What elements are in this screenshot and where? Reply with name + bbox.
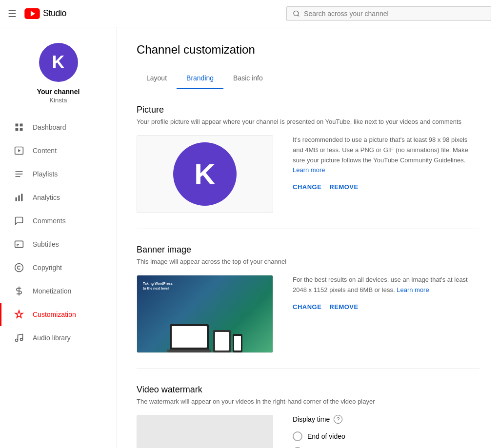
picture-actions: CHANGE REMOVE (293, 183, 479, 191)
search-icon (293, 10, 300, 18)
picture-preview: K (137, 135, 273, 213)
device-tablet-icon (213, 330, 231, 352)
sidebar-item-playlists[interactable]: Playlists (0, 162, 117, 186)
banner-learn-more[interactable]: Learn more (397, 286, 429, 293)
sidebar-channel-handle: Kinsta (49, 97, 67, 104)
comments-icon (13, 215, 25, 227)
logo[interactable]: Studio (24, 8, 66, 19)
device-phone-icon (233, 334, 242, 352)
display-time-label: Display time ? (293, 415, 479, 424)
monetization-icon (13, 285, 25, 297)
content-icon (13, 145, 25, 156)
svg-marker-9 (18, 149, 20, 153)
sidebar-label-analytics: Analytics (33, 194, 60, 201)
banner-desc: This image will appear across the top of… (137, 258, 479, 265)
tab-layout[interactable]: Layout (137, 68, 177, 89)
watermark-player-preview: ▶ ▶▶ 🔊 ⚙ ▭ ✥ (137, 415, 273, 448)
banner-change-button[interactable]: CHANGE (293, 303, 321, 311)
device-laptop-icon (170, 324, 209, 350)
channel-info: K Your channel Kinsta (0, 35, 117, 116)
tab-basic-info[interactable]: Basic info (223, 68, 273, 89)
main-content: Channel customization Layout Branding Ba… (117, 27, 499, 448)
sidebar-item-subtitles[interactable]: Subtitles (0, 233, 117, 256)
svg-rect-6 (16, 128, 19, 131)
page-title: Channel customization (137, 43, 479, 57)
sidebar: K Your channel Kinsta Dashboard Content … (0, 27, 117, 448)
picture-remove-button[interactable]: REMOVE (329, 183, 358, 191)
sidebar-label-content: Content (33, 147, 57, 155)
banner-text-overlay: Taking WordPressto the next level (143, 281, 173, 291)
banner-info-text: For the best results on all devices, use… (293, 275, 479, 295)
sidebar-item-copyright[interactable]: Copyright (0, 256, 117, 279)
radio-end-of-video[interactable]: End of video (293, 431, 479, 441)
watermark-title: Video watermark (137, 385, 479, 395)
display-time-help-icon[interactable]: ? (334, 415, 342, 424)
picture-title: Picture (137, 105, 479, 115)
dashboard-icon (13, 121, 25, 133)
svg-rect-14 (18, 195, 20, 201)
svg-point-21 (16, 339, 18, 342)
sidebar-label-subtitles: Subtitles (33, 240, 59, 248)
banner-remove-button[interactable]: REMOVE (329, 303, 358, 311)
preview-avatar: K (173, 142, 237, 206)
youtube-logo-icon (24, 8, 40, 19)
svg-rect-4 (16, 124, 19, 127)
sidebar-label-dashboard: Dashboard (33, 123, 66, 131)
banner-preview: Taking WordPressto the next level (137, 275, 273, 353)
sidebar-label-audio-library: Audio library (33, 334, 71, 342)
banner-info: For the best results on all devices, use… (293, 275, 479, 311)
radio-group-display-time: End of video Custom start time Entire vi… (293, 431, 479, 448)
picture-change-button[interactable]: CHANGE (293, 183, 321, 191)
top-nav: ☰ Studio (0, 0, 499, 27)
sidebar-label-copyright: Copyright (33, 264, 62, 272)
banner-image-mock: Taking WordPressto the next level (137, 275, 273, 352)
sidebar-item-customization[interactable]: Customization (0, 303, 117, 326)
watermark-info: Display time ? End of video Custom start (293, 415, 479, 448)
sidebar-item-audio-library[interactable]: Audio library (0, 326, 117, 350)
copyright-icon (13, 262, 25, 273)
tabs-bar: Layout Branding Basic info (137, 68, 479, 89)
menu-icon[interactable]: ☰ (8, 8, 17, 19)
tab-branding[interactable]: Branding (177, 68, 223, 89)
watermark-desc: The watermark will appear on your videos… (137, 398, 479, 405)
sidebar-label-playlists: Playlists (33, 170, 58, 178)
sidebar-avatar: K (39, 43, 78, 82)
svg-rect-5 (20, 124, 23, 127)
picture-info: It's recommended to use a picture that's… (293, 135, 479, 191)
sidebar-item-dashboard[interactable]: Dashboard (0, 116, 117, 139)
svg-rect-15 (21, 194, 22, 201)
sidebar-item-content[interactable]: Content (0, 139, 117, 162)
search-bar[interactable] (286, 6, 491, 21)
svg-line-3 (298, 15, 299, 16)
picture-learn-more[interactable]: Learn more (293, 166, 325, 174)
sidebar-item-analytics[interactable]: Analytics (0, 186, 117, 209)
sidebar-label-monetization: Monetization (33, 287, 71, 295)
svg-point-22 (20, 338, 23, 341)
player-screen (137, 415, 273, 448)
sidebar-item-monetization[interactable]: Monetization (0, 279, 117, 303)
banner-actions: CHANGE REMOVE (293, 303, 479, 311)
picture-desc: Your profile picture will appear where y… (137, 118, 479, 125)
sidebar-label-comments: Comments (33, 217, 66, 225)
search-input[interactable] (304, 10, 485, 18)
svg-rect-7 (20, 128, 23, 131)
picture-section: Picture Your profile picture will appear… (137, 89, 479, 229)
radio-circle-end (293, 431, 302, 441)
customization-icon (13, 309, 25, 320)
analytics-icon (13, 192, 25, 203)
sidebar-item-comments[interactable]: Comments (0, 209, 117, 233)
picture-info-text: It's recommended to use a picture that's… (293, 135, 479, 175)
sidebar-label-customization: Customization (33, 311, 76, 318)
subtitles-icon (13, 238, 25, 250)
playlists-icon (13, 168, 25, 180)
studio-label: Studio (43, 8, 66, 19)
banner-title: Banner image (137, 245, 479, 255)
svg-point-2 (294, 11, 299, 16)
sidebar-channel-name: Your channel (37, 88, 80, 96)
audio-library-icon (13, 332, 25, 344)
banner-devices (167, 324, 242, 352)
watermark-section: Video watermark The watermark will appea… (137, 369, 479, 448)
banner-section: Banner image This image will appear acro… (137, 229, 479, 369)
svg-point-19 (15, 264, 23, 272)
svg-rect-13 (16, 197, 17, 201)
